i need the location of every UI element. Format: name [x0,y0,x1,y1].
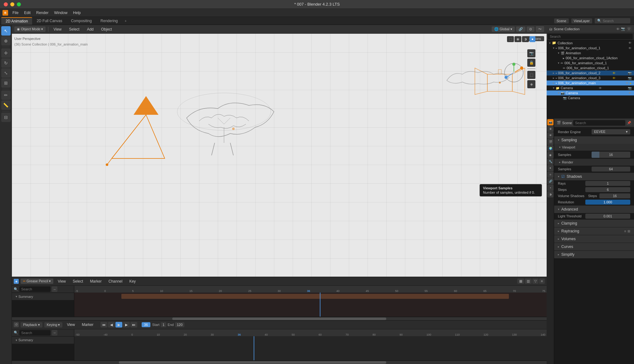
shadows-header[interactable]: ▾ ☑ Shadows [554,173,634,180]
advanced-header[interactable]: ▾ Advanced [554,206,634,213]
viewport-menu-select[interactable]: Select [66,27,82,32]
dopesheet-menu-select[interactable]: Select [70,279,85,284]
dopesheet-menu-key[interactable]: Key [127,279,138,284]
props-tab-view[interactable]: 👁 [547,132,554,138]
steps-value[interactable]: 6 [585,187,630,192]
end-value[interactable]: 120 [175,322,184,327]
props-tab-scene[interactable]: 🎬 [547,139,554,145]
render-samples-value[interactable]: 64 [592,167,630,172]
navigation-gizmo[interactable] [503,62,525,84]
global-search-input[interactable] [603,19,628,23]
timeline-right[interactable]: -50-400102030364050607080901001101201301… [74,329,547,361]
start-value[interactable]: 1 [161,322,166,327]
viewport-3d[interactable]: User Perspective (36) Scene Collection |… [12,34,547,277]
ds-ctrl-3[interactable]: ≡ [539,279,545,284]
extra-tool-button[interactable]: ⊟ [1,113,11,122]
simplify-header[interactable]: ▸ Simplify [554,251,634,258]
local-view-button[interactable]: ◈ [527,80,535,88]
render-subsection-header[interactable]: ▸ Render [554,159,634,166]
scale-tool-button[interactable]: ⤡ [1,68,11,78]
props-tab-output[interactable]: 🖥 [547,126,554,132]
dopesheet-filter-btn[interactable]: ↔ [52,286,57,292]
cursor-tool-button[interactable]: ⊕ [1,36,11,46]
dopesheet-menu-channel[interactable]: Channel [106,279,125,284]
dopesheet-menu-view[interactable]: View [55,279,68,284]
measure-tool-button[interactable]: 📏 [1,100,11,110]
shadows-checkbox[interactable]: ☑ [561,174,565,179]
props-tab-constraints[interactable]: 🔗 [547,178,554,184]
timeline-icon[interactable]: ⏱ [14,322,19,327]
outliner-filter-btn[interactable]: ▽ [627,27,632,32]
eye-icon-7[interactable]: 👁 [628,91,632,95]
timeline-filter-btn[interactable]: ↔ [52,330,57,336]
cam-icon-6[interactable]: 📷 [628,86,632,90]
search-bar-global[interactable]: 🔍 [595,18,630,23]
viewlayer-dropdown[interactable]: ViewLayer [571,18,592,23]
select-tool-button[interactable]: ↖ [1,26,11,36]
timeline-menu-view[interactable]: View [64,322,77,328]
tree-item-cloud2[interactable]: ▸ ▪ 006_for_animation_cloud_2 👁 📷 [547,70,634,75]
outliner-search-input[interactable] [548,34,633,39]
btn-jump-start[interactable]: ⏮ [100,322,107,328]
props-tab-modifier[interactable]: 🔧 [547,158,554,165]
tree-item-animation[interactable]: ▾ 🎬 Animation [547,51,634,56]
cam-icon-4[interactable]: 📷 [628,76,632,80]
eye-icon-5[interactable]: 👁 [626,81,629,85]
timeline-search-input[interactable] [19,330,51,336]
tree-item-camera-data[interactable]: 📷 Camera [547,95,634,100]
transform-tool-button[interactable]: ⊞ [1,78,11,88]
props-tab-render[interactable]: 📷 [547,119,554,125]
vol-steps-value[interactable]: 16 [599,193,630,198]
viewport-subsection-header[interactable]: ▾ Viewport [554,144,634,151]
add-workspace-button[interactable]: + [122,18,129,24]
playback-dropdown[interactable]: Playback ▾ [21,322,42,328]
btn-jump-end[interactable]: ⏭ [130,322,137,328]
tree-item-cloud3[interactable]: ▸ ▪ 006_for_animation_cloud_3 👁 📷 [547,75,634,80]
volumes-header[interactable]: ▸ Volumes [554,235,634,243]
fullscreen-button[interactable] [17,2,21,6]
tree-item-cloud1-inner[interactable]: ✏ 006_for_animation_cloud_1 [547,66,634,70]
annotate-tool-button[interactable]: ✏ [1,90,11,100]
ds-ctrl-1[interactable]: ▦ [517,279,524,284]
tree-item-camera-obj[interactable]: ▾ 📷 Camera 👁 [547,90,634,95]
tab-2d-full-canvas[interactable]: 2D Full Canvas [32,17,66,24]
light-threshold-value[interactable]: 0.001 [585,214,630,219]
cam-icon-3[interactable]: 📷 [628,71,632,75]
props-tab-material[interactable]: ◑ [547,191,554,197]
viewport-pivot-dropdown[interactable]: 🌐 Global ▾ [492,27,515,32]
raytracing-icon-2[interactable]: ⊞ [627,229,630,233]
viewport-proportional[interactable]: ⊙ [527,27,534,32]
ds-ctrl-2[interactable]: ▥ [525,279,532,284]
solid-shading[interactable]: ◉ [515,36,521,42]
clamping-header[interactable]: ▸ Clamping [554,220,634,227]
properties-search-input[interactable] [573,120,625,126]
timeline-scroll-thumb[interactable] [119,361,386,364]
eye-icon-6[interactable]: 👁 [599,86,602,90]
tree-item-cloud1[interactable]: ▾ ▪ 006_for_animation_cloud_1 👁 [547,46,634,51]
wireframe-shading[interactable]: ⬚ [507,36,514,42]
raytracing-icon-1[interactable]: ≡ [624,229,626,233]
keying-dropdown[interactable]: Keying ▾ [44,322,63,328]
menu-help[interactable]: Help [71,10,83,16]
dopesheet-track-content[interactable] [74,293,547,317]
move-tool-button[interactable]: ✛ [1,48,11,58]
tab-2d-animation[interactable]: 2D Animation [1,17,32,25]
props-tab-particles[interactable]: ✦ [547,165,554,171]
camera-view-button[interactable]: 📷 [527,49,535,57]
viewport-samples-slider[interactable]: 16 [592,152,630,158]
props-tab-object[interactable]: ◉ [547,152,554,158]
dopesheet-right[interactable]: -5051015202530364045505560657075 [74,286,547,317]
props-pin-btn[interactable]: 📌 [627,120,632,125]
mode-dropdown[interactable]: ◉ Object Mode ▾ [14,27,46,32]
btn-next-frame[interactable]: ▶ [123,322,130,328]
minimize-button[interactable] [10,2,14,6]
btn-play[interactable]: ▶ [115,322,122,328]
tree-item-main[interactable]: ▸ ▪ 006_for_animation_main 👁 ▸ [547,80,634,85]
timeline-track-content[interactable] [74,336,547,361]
close-button[interactable] [4,2,8,6]
eye-icon-4[interactable]: 👁 [612,76,616,80]
eye-icon-2[interactable]: 👁 [628,46,632,50]
eye-icon-1[interactable]: 👁 [628,41,632,45]
curves-header[interactable]: ▸ Curves [554,243,634,250]
viewport-menu-object[interactable]: Object [99,27,115,32]
